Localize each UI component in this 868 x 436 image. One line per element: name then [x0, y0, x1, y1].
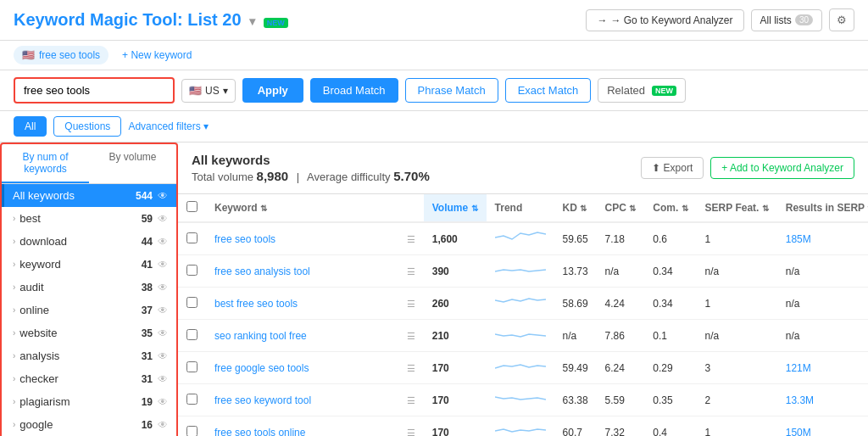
chevron-right-icon: ›: [13, 374, 15, 383]
sidebar-item-online[interactable]: › online 37 👁: [2, 299, 176, 321]
chevron-right-icon: ›: [13, 260, 15, 269]
keyword-cell: free seo analysis tool: [206, 255, 398, 288]
sidebar-item-label: checker: [19, 372, 58, 385]
dropdown-arrow-icon[interactable]: ▾: [249, 14, 255, 28]
select-all-checkbox[interactable]: [186, 201, 198, 212]
broad-match-button[interactable]: Broad Match: [310, 78, 398, 103]
add-to-analyzer-button[interactable]: + Add to Keyword Analyzer: [710, 157, 854, 179]
sidebar-item-label: plagiarism: [19, 395, 70, 408]
table-header-section: All keywords Total volume 8,980 | Averag…: [178, 143, 868, 194]
title-text: Keyword Magic Tool:: [14, 10, 183, 29]
sidebar-item-keyword[interactable]: › keyword 41 👁: [2, 253, 176, 276]
sidebar-item-count: 16: [142, 419, 153, 431]
row-checkbox[interactable]: [186, 426, 198, 437]
table-row: free google seo tools ☰ 170 59.49 6.24 0…: [178, 352, 868, 384]
trend-cell: [487, 416, 554, 437]
phrase-match-button[interactable]: Phrase Match: [405, 78, 498, 103]
serp-feat-column-header[interactable]: SERP Feat. ⇅: [697, 194, 777, 222]
sidebar-item-plagiarism[interactable]: › plagiarism 19 👁: [2, 390, 176, 413]
eye-icon: 👁: [158, 213, 168, 225]
tab-label: free seo tools: [39, 49, 100, 61]
results-column-header[interactable]: Results in SERP ⇅: [777, 194, 868, 222]
sidebar-item-website[interactable]: › website 35 👁: [2, 321, 176, 344]
list-count-badge: 30: [795, 14, 813, 25]
cpc-column-header[interactable]: CPC ⇅: [597, 194, 645, 222]
serp-feat-cell: n/a: [697, 255, 777, 288]
analyzer-label: → Go to Keyword Analyzer: [610, 14, 732, 26]
keyword-cell: free seo tools online: [206, 416, 398, 437]
row-checkbox[interactable]: [186, 265, 198, 276]
sidebar-item-audit[interactable]: › audit 38 👁: [2, 276, 176, 299]
sidebar-item-best[interactable]: › best 59 👁: [2, 207, 176, 230]
row-checkbox-cell[interactable]: [178, 352, 206, 384]
settings-button[interactable]: ⚙: [829, 8, 854, 31]
results-cell: n/a: [777, 255, 868, 288]
kd-column-header[interactable]: KD ⇅: [554, 194, 597, 222]
go-to-analyzer-button[interactable]: → → Go to Keyword Analyzer: [586, 9, 743, 31]
sidebar-item-count: 37: [142, 305, 153, 316]
row-checkbox[interactable]: [186, 394, 198, 405]
sidebar-item-google[interactable]: › google 16 👁: [2, 413, 176, 436]
serp-feat-cell: 1: [697, 416, 777, 437]
all-filter-button[interactable]: All: [14, 116, 47, 137]
tab-new-keyword[interactable]: + New keyword: [114, 46, 200, 64]
sidebar-tab-volume[interactable]: By volume: [89, 144, 176, 183]
exact-match-button[interactable]: Exact Match: [505, 78, 592, 103]
keyword-link[interactable]: free seo tools: [214, 233, 275, 245]
chevron-right-icon: ›: [13, 328, 15, 338]
keyword-link[interactable]: free google seo tools: [214, 362, 309, 374]
tab-free-seo-tools[interactable]: 🇺🇸 free seo tools: [14, 46, 108, 64]
row-checkbox-cell[interactable]: [178, 222, 206, 255]
volume-cell: 170: [424, 352, 487, 384]
apply-button[interactable]: Apply: [242, 78, 303, 103]
trend-column-header[interactable]: Trend: [487, 194, 554, 222]
header-right: → → Go to Keyword Analyzer All lists 30 …: [586, 8, 854, 31]
com-column-header[interactable]: Com. ⇅: [644, 194, 696, 222]
keyword-column-header[interactable]: Keyword ⇅: [206, 194, 398, 222]
sidebar-item-checker[interactable]: › checker 31 👁: [2, 367, 176, 390]
eye-icon: 👁: [158, 236, 168, 248]
avg-difficulty-label: Average difficulty: [307, 170, 391, 183]
sidebar-tabs: By num of keywords By volume: [2, 144, 176, 184]
row-checkbox[interactable]: [186, 361, 198, 372]
row-checkbox[interactable]: [186, 329, 198, 340]
sidebar-item-label: analysis: [19, 349, 59, 362]
row-checkbox-cell[interactable]: [178, 320, 206, 352]
row-checkbox-cell[interactable]: [178, 384, 206, 416]
trend-cell: [487, 352, 554, 384]
sidebar-item-download[interactable]: › download 44 👁: [2, 230, 176, 253]
related-button[interactable]: Related NEW: [598, 78, 686, 103]
search-input[interactable]: [14, 77, 175, 103]
list-name: List 20: [187, 10, 241, 29]
eye-icon: 👁: [158, 373, 168, 385]
questions-filter-button[interactable]: Questions: [53, 116, 121, 137]
kd-cell: 60.7: [554, 416, 597, 437]
keyword-link[interactable]: seo ranking tool free: [214, 330, 307, 342]
all-lists-button[interactable]: All lists 30: [751, 9, 822, 31]
country-selector[interactable]: 🇺🇸 US ▾: [181, 79, 236, 103]
sidebar-item-all-keywords[interactable]: All keywords 544 👁: [2, 184, 176, 207]
advanced-filters-link[interactable]: Advanced filters ▾: [128, 120, 208, 132]
header-left: Keyword Magic Tool: List 20 ▾ NEW: [14, 10, 288, 30]
row-checkbox[interactable]: [186, 232, 198, 243]
keyword-link[interactable]: free seo tools online: [214, 427, 305, 437]
row-checkbox-cell[interactable]: [178, 416, 206, 437]
export-button[interactable]: ⬆ Export: [641, 157, 704, 179]
keyword-link[interactable]: free seo analysis tool: [214, 266, 310, 277]
volume-column-header[interactable]: Volume ⇅: [424, 194, 487, 222]
sidebar-tab-num-keywords[interactable]: By num of keywords: [2, 144, 89, 183]
select-all-checkbox-header[interactable]: [178, 194, 206, 222]
results-cell: 185M: [777, 222, 868, 255]
sort-icon: ⇅: [762, 204, 769, 213]
row-checkbox-cell[interactable]: [178, 288, 206, 320]
sidebar-item-label: download: [19, 235, 67, 248]
new-badge: NEW: [264, 18, 288, 28]
keyword-link[interactable]: best free seo tools: [214, 298, 298, 310]
sidebar-item-label: online: [19, 304, 49, 316]
sidebar-item-analysis[interactable]: › analysis 31 👁: [2, 344, 176, 367]
serp-feat-cell: 2: [697, 384, 777, 416]
row-checkbox[interactable]: [186, 297, 198, 308]
keyword-cell: best free seo tools: [206, 288, 398, 320]
row-checkbox-cell[interactable]: [178, 255, 206, 288]
keyword-link[interactable]: free seo keyword tool: [214, 394, 311, 406]
